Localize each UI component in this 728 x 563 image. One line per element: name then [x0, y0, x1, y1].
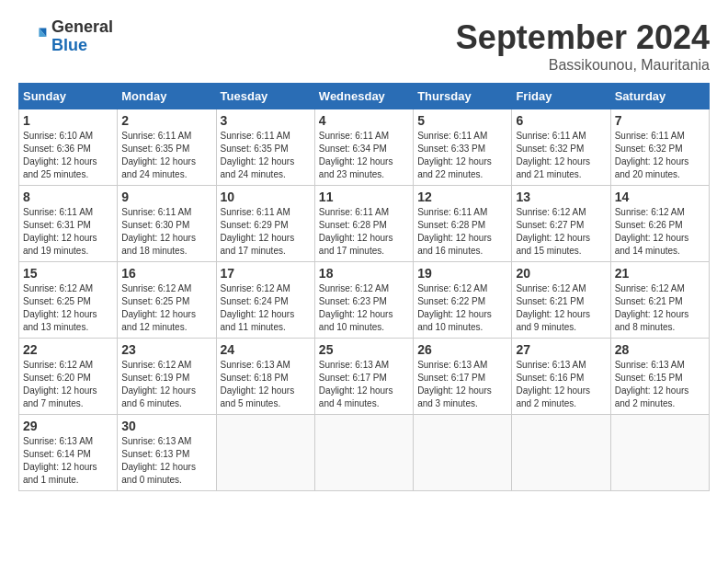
day-info: Sunrise: 6:12 AMSunset: 6:27 PMDaylight:…	[516, 206, 606, 258]
day-info: Sunrise: 6:13 AMSunset: 6:18 PMDaylight:…	[221, 359, 311, 410]
day-cell: 2Sunrise: 6:11 AMSunset: 6:35 PMDaylight…	[118, 109, 216, 186]
day-info: Sunrise: 6:11 AMSunset: 6:28 PMDaylight:…	[319, 206, 409, 258]
day-cell: 29Sunrise: 6:13 AMSunset: 6:14 PMDayligh…	[19, 415, 118, 491]
logo: General Blue	[18, 18, 113, 55]
day-cell: 15Sunrise: 6:12 AMSunset: 6:25 PMDayligh…	[19, 262, 118, 339]
day-cell: 27Sunrise: 6:13 AMSunset: 6:16 PMDayligh…	[512, 339, 610, 415]
day-cell: 13Sunrise: 6:12 AMSunset: 6:27 PMDayligh…	[512, 186, 610, 262]
day-cell: 30Sunrise: 6:13 AMSunset: 6:13 PMDayligh…	[118, 415, 216, 491]
col-header-monday: Monday	[118, 84, 216, 109]
day-cell: 3Sunrise: 6:11 AMSunset: 6:35 PMDaylight…	[216, 109, 314, 186]
day-cell: 7Sunrise: 6:11 AMSunset: 6:32 PMDaylight…	[610, 109, 709, 186]
logo-text: General Blue	[51, 18, 113, 55]
day-info: Sunrise: 6:13 AMSunset: 6:17 PMDaylight:…	[417, 359, 507, 410]
day-number: 12	[417, 190, 507, 204]
day-number: 10	[221, 190, 311, 204]
day-cell: 4Sunrise: 6:11 AMSunset: 6:34 PMDaylight…	[314, 109, 413, 186]
day-info: Sunrise: 6:13 AMSunset: 6:17 PMDaylight:…	[319, 359, 409, 410]
day-number: 3	[221, 113, 311, 128]
day-number: 15	[23, 266, 113, 281]
day-info: Sunrise: 6:11 AMSunset: 6:32 PMDaylight:…	[516, 130, 606, 181]
day-cell: 28Sunrise: 6:13 AMSunset: 6:15 PMDayligh…	[610, 339, 709, 415]
week-row-2: 8Sunrise: 6:11 AMSunset: 6:31 PMDaylight…	[19, 186, 710, 262]
day-info: Sunrise: 6:11 AMSunset: 6:35 PMDaylight:…	[221, 130, 311, 181]
day-number: 23	[121, 342, 211, 357]
day-info: Sunrise: 6:13 AMSunset: 6:15 PMDaylight:…	[615, 359, 705, 410]
day-number: 27	[516, 342, 606, 357]
day-info: Sunrise: 6:12 AMSunset: 6:23 PMDaylight:…	[319, 282, 409, 334]
day-number: 25	[319, 342, 409, 357]
day-number: 19	[417, 266, 507, 281]
day-info: Sunrise: 6:13 AMSunset: 6:13 PMDaylight:…	[121, 435, 211, 487]
day-info: Sunrise: 6:11 AMSunset: 6:31 PMDaylight:…	[23, 206, 113, 258]
day-info: Sunrise: 6:12 AMSunset: 6:24 PMDaylight:…	[221, 282, 311, 334]
day-number: 4	[319, 113, 409, 128]
day-cell: 9Sunrise: 6:11 AMSunset: 6:30 PMDaylight…	[118, 186, 216, 262]
logo-icon	[18, 22, 48, 52]
day-cell: 23Sunrise: 6:12 AMSunset: 6:19 PMDayligh…	[118, 339, 216, 415]
day-number: 18	[319, 266, 409, 281]
day-number: 24	[221, 342, 311, 357]
day-number: 28	[615, 342, 705, 357]
day-number: 17	[221, 266, 311, 281]
day-cell: 8Sunrise: 6:11 AMSunset: 6:31 PMDaylight…	[19, 186, 118, 262]
day-number: 16	[121, 266, 211, 281]
week-row-5: 29Sunrise: 6:13 AMSunset: 6:14 PMDayligh…	[19, 415, 710, 491]
day-info: Sunrise: 6:12 AMSunset: 6:25 PMDaylight:…	[121, 282, 211, 334]
day-number: 13	[516, 190, 606, 204]
day-number: 20	[516, 266, 606, 281]
day-cell: 10Sunrise: 6:11 AMSunset: 6:29 PMDayligh…	[216, 186, 314, 262]
day-cell: 14Sunrise: 6:12 AMSunset: 6:26 PMDayligh…	[610, 186, 709, 262]
day-cell: 22Sunrise: 6:12 AMSunset: 6:20 PMDayligh…	[19, 339, 118, 415]
day-number: 6	[516, 113, 606, 128]
day-cell: 18Sunrise: 6:12 AMSunset: 6:23 PMDayligh…	[314, 262, 413, 339]
day-number: 11	[319, 190, 409, 204]
day-cell: 26Sunrise: 6:13 AMSunset: 6:17 PMDayligh…	[414, 339, 512, 415]
day-number: 21	[615, 266, 705, 281]
day-cell: 19Sunrise: 6:12 AMSunset: 6:22 PMDayligh…	[414, 262, 512, 339]
day-info: Sunrise: 6:11 AMSunset: 6:35 PMDaylight:…	[121, 130, 211, 181]
col-header-saturday: Saturday	[610, 84, 709, 109]
day-cell: 17Sunrise: 6:12 AMSunset: 6:24 PMDayligh…	[216, 262, 314, 339]
day-info: Sunrise: 6:12 AMSunset: 6:19 PMDaylight:…	[121, 359, 211, 410]
day-info: Sunrise: 6:12 AMSunset: 6:22 PMDaylight:…	[417, 282, 507, 334]
day-info: Sunrise: 6:13 AMSunset: 6:14 PMDaylight:…	[23, 435, 113, 487]
day-info: Sunrise: 6:12 AMSunset: 6:21 PMDaylight:…	[516, 282, 606, 334]
day-number: 14	[615, 190, 705, 204]
week-row-3: 15Sunrise: 6:12 AMSunset: 6:25 PMDayligh…	[19, 262, 710, 339]
day-info: Sunrise: 6:12 AMSunset: 6:25 PMDaylight:…	[23, 282, 113, 334]
day-cell: 24Sunrise: 6:13 AMSunset: 6:18 PMDayligh…	[216, 339, 314, 415]
day-cell: 1Sunrise: 6:10 AMSunset: 6:36 PMDaylight…	[19, 109, 118, 186]
day-cell: 25Sunrise: 6:13 AMSunset: 6:17 PMDayligh…	[314, 339, 413, 415]
day-info: Sunrise: 6:11 AMSunset: 6:33 PMDaylight:…	[417, 130, 507, 181]
week-row-4: 22Sunrise: 6:12 AMSunset: 6:20 PMDayligh…	[19, 339, 710, 415]
day-info: Sunrise: 6:12 AMSunset: 6:21 PMDaylight:…	[615, 282, 705, 334]
col-header-sunday: Sunday	[19, 84, 118, 109]
day-number: 2	[121, 113, 211, 128]
day-number: 26	[417, 342, 507, 357]
day-info: Sunrise: 6:12 AMSunset: 6:20 PMDaylight:…	[23, 359, 113, 410]
day-number: 29	[23, 419, 113, 433]
day-info: Sunrise: 6:11 AMSunset: 6:32 PMDaylight:…	[615, 130, 705, 181]
day-cell: 5Sunrise: 6:11 AMSunset: 6:33 PMDaylight…	[414, 109, 512, 186]
logo-general: General	[51, 18, 113, 37]
day-cell: 16Sunrise: 6:12 AMSunset: 6:25 PMDayligh…	[118, 262, 216, 339]
title-block: September 2024 Bassikounou, Mauritania	[456, 18, 710, 74]
day-info: Sunrise: 6:12 AMSunset: 6:26 PMDaylight:…	[615, 206, 705, 258]
col-header-tuesday: Tuesday	[216, 84, 314, 109]
day-cell: 20Sunrise: 6:12 AMSunset: 6:21 PMDayligh…	[512, 262, 610, 339]
month-title: September 2024	[456, 18, 710, 57]
col-header-wednesday: Wednesday	[314, 84, 413, 109]
day-number: 8	[23, 190, 113, 204]
day-cell	[216, 415, 314, 491]
day-info: Sunrise: 6:11 AMSunset: 6:30 PMDaylight:…	[121, 206, 211, 258]
col-header-friday: Friday	[512, 84, 610, 109]
day-number: 7	[615, 113, 705, 128]
day-number: 5	[417, 113, 507, 128]
day-number: 30	[121, 419, 211, 433]
day-info: Sunrise: 6:10 AMSunset: 6:36 PMDaylight:…	[23, 130, 113, 181]
day-info: Sunrise: 6:11 AMSunset: 6:28 PMDaylight:…	[417, 206, 507, 258]
day-cell	[414, 415, 512, 491]
day-info: Sunrise: 6:11 AMSunset: 6:29 PMDaylight:…	[221, 206, 311, 258]
day-cell: 11Sunrise: 6:11 AMSunset: 6:28 PMDayligh…	[314, 186, 413, 262]
